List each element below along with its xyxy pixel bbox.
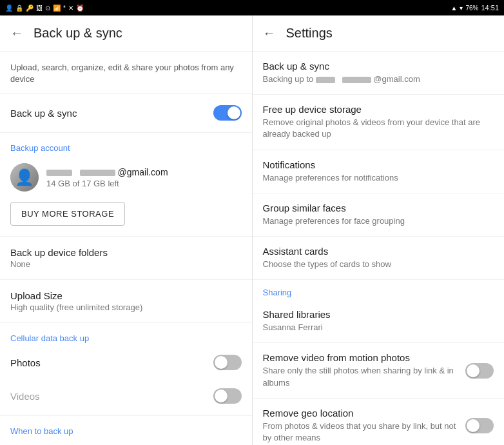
status-bar-right: ▲ ▾ 76% 14:51	[252, 0, 504, 15]
left-screen-title: Back up & sync	[34, 26, 122, 41]
divider-6	[0, 415, 252, 416]
backup-sync-label: Back up & sync	[10, 108, 77, 119]
avatar-icon: 👤	[15, 168, 34, 186]
email-suffix: @gmail.com	[118, 167, 168, 177]
backup-desc-text: Backing up to	[263, 74, 316, 84]
settings-item-shared-libraries[interactable]: Shared libraries Susanna Ferrari	[253, 300, 505, 343]
left-back-button[interactable]: ←	[10, 26, 23, 41]
status-bar-left: 👤 🔒 🔑 🖼 ⊙ 📶 * ✕ ⏰	[0, 0, 252, 15]
settings-shared-libraries-desc: Susanna Ferrari	[263, 322, 494, 333]
when-to-backup-heading: When to back up	[0, 419, 252, 439]
status-icon-circle: ⊙	[45, 5, 50, 12]
left-screen-content: Upload, search, organize, edit & share y…	[0, 52, 252, 445]
right-screen: ← Settings Back up & sync Backing up to …	[253, 15, 505, 445]
settings-item-remove-video-text: Remove video from motion photos Share on…	[263, 352, 458, 388]
settings-item-free-storage[interactable]: Free up device storage Remove original p…	[253, 95, 505, 150]
status-icon-bt: *	[63, 5, 66, 12]
email-redacted-2	[80, 170, 115, 176]
backup-folders-value: None	[10, 259, 242, 269]
account-storage: 14 GB of 17 GB left	[46, 179, 242, 188]
settings-assistant-desc: Choose the types of cards to show	[263, 259, 494, 270]
photos-row[interactable]: Photos	[0, 346, 252, 379]
account-row[interactable]: 👤 @gmail.com 14 GB of 17 GB left	[0, 155, 252, 199]
settings-shared-libraries-title: Shared libraries	[263, 309, 494, 320]
videos-toggle-thumb	[215, 390, 228, 402]
photos-toggle-thumb	[215, 356, 228, 369]
backup-sync-row[interactable]: Back up & sync	[0, 96, 252, 130]
divider-4	[0, 279, 252, 280]
status-icon-signal: ▲	[451, 5, 458, 12]
upload-size-row[interactable]: Upload Size High quality (free unlimited…	[0, 282, 252, 320]
settings-item-assistant[interactable]: Assistant cards Choose the types of card…	[253, 237, 505, 280]
divider-3	[0, 236, 252, 237]
status-bar: 👤 🔒 🔑 🖼 ⊙ 📶 * ✕ ⏰ ▲ ▾ 76% 14:51	[0, 0, 504, 15]
avatar-inner: 👤	[10, 163, 39, 192]
status-icon-vpn: 🔑	[26, 5, 34, 12]
upload-size-label: Upload Size	[10, 290, 242, 301]
upload-size-value: High quality (free unlimited storage)	[10, 302, 242, 312]
left-description: Upload, search, organize, edit & share y…	[0, 52, 252, 90]
account-email: @gmail.com	[46, 167, 242, 177]
settings-assistant-title: Assistant cards	[263, 246, 494, 257]
settings-item-backup-sync[interactable]: Back up & sync Backing up to @gmail.com	[253, 52, 505, 95]
avatar: 👤	[10, 163, 39, 192]
videos-toggle[interactable]	[213, 388, 242, 404]
status-icon-wifi2: 📶	[53, 5, 61, 12]
settings-group-faces-desc: Manage preferences for face grouping	[263, 215, 494, 227]
photos-label: Photos	[10, 357, 41, 368]
buy-storage-button[interactable]: BUY MORE STORAGE	[10, 202, 125, 226]
sharing-heading: Sharing	[253, 280, 505, 300]
remove-geo-toggle-thumb	[467, 419, 480, 432]
backup-email-redacted-2	[342, 77, 371, 83]
backup-account-heading: Backup account	[0, 135, 252, 155]
settings-group-faces-title: Group similar faces	[263, 203, 494, 213]
settings-item-remove-geo[interactable]: Remove geo location From photos & videos…	[253, 399, 505, 445]
divider-1	[0, 93, 252, 94]
settings-remove-geo-title: Remove geo location	[263, 408, 458, 419]
status-icon-alarm: ⏰	[76, 5, 84, 12]
status-icon-wifi: ▾	[460, 5, 463, 12]
remove-geo-toggle[interactable]	[465, 418, 494, 433]
remove-video-toggle[interactable]	[465, 363, 494, 379]
left-screen: ← Back up & sync Upload, search, organiz…	[0, 15, 253, 445]
email-redacted-1	[46, 170, 72, 176]
settings-item-remove-geo-text: Remove geo location From photos & videos…	[263, 408, 458, 444]
settings-free-storage-title: Free up device storage	[263, 104, 494, 115]
right-toolbar: ← Settings	[253, 15, 505, 52]
divider-2	[0, 132, 252, 133]
backup-sync-toggle-thumb	[228, 106, 240, 119]
settings-item-group-faces[interactable]: Group similar faces Manage preferences f…	[253, 193, 505, 237]
screens-container: ← Back up & sync Upload, search, organiz…	[0, 15, 504, 445]
settings-free-storage-desc: Remove original photos & videos from you…	[263, 117, 494, 140]
backup-email-suffix: @gmail.com	[373, 74, 420, 84]
backup-folders-row[interactable]: Back up device folders None	[0, 239, 252, 277]
videos-row[interactable]: Videos	[0, 379, 252, 413]
settings-notifications-title: Notifications	[263, 159, 494, 170]
backup-sync-toggle[interactable]	[213, 105, 242, 121]
settings-backup-sync-title: Back up & sync	[263, 61, 494, 72]
backup-email-redacted-1	[316, 77, 335, 83]
settings-item-remove-video[interactable]: Remove video from motion photos Share on…	[253, 343, 505, 398]
cellular-heading: Cellular data back up	[0, 326, 252, 346]
settings-notifications-desc: Manage preferences for notifications	[263, 172, 494, 184]
status-battery: 76%	[465, 5, 478, 12]
status-icon-xcircle: ✕	[68, 5, 73, 12]
right-back-button[interactable]: ←	[263, 26, 276, 41]
settings-remove-video-desc: Share only the still photos when sharing…	[263, 365, 458, 388]
remove-video-toggle-thumb	[467, 364, 480, 377]
divider-5	[0, 322, 252, 323]
videos-label: Videos	[10, 391, 40, 402]
account-info: @gmail.com 14 GB of 17 GB left	[46, 167, 242, 188]
backup-folders-label: Back up device folders	[10, 247, 242, 258]
left-toolbar: ← Back up & sync	[0, 15, 252, 52]
right-screen-content: Back up & sync Backing up to @gmail.com …	[253, 52, 505, 445]
settings-backup-sync-desc: Backing up to @gmail.com	[263, 74, 494, 85]
settings-remove-video-title: Remove video from motion photos	[263, 352, 458, 363]
photos-toggle[interactable]	[213, 355, 242, 370]
status-icon-image: 🖼	[36, 5, 43, 12]
status-icon-person: 👤	[5, 5, 13, 12]
settings-item-notifications[interactable]: Notifications Manage preferences for not…	[253, 150, 505, 193]
settings-remove-geo-desc: From photos & videos that you share by l…	[263, 420, 458, 444]
right-screen-title: Settings	[286, 26, 333, 41]
status-icon-lock: 🔒	[15, 5, 23, 12]
